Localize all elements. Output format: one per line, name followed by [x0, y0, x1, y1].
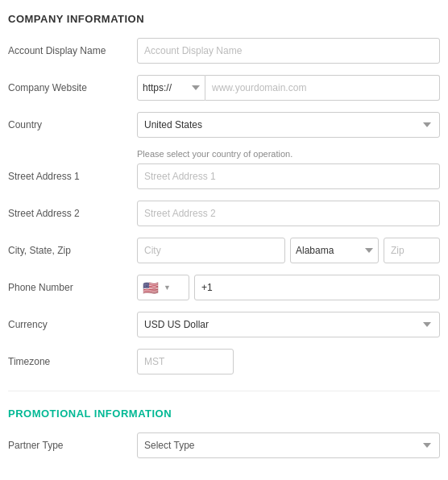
promo-title-black: PROMOTIONAL INF [8, 408, 112, 420]
partner-type-select[interactable]: Select Type Reseller Distributor Referra… [137, 432, 440, 458]
timezone-row: Timezone [8, 349, 440, 374]
flag-icon: 🇺🇸 [143, 280, 159, 296]
timezone-input[interactable] [137, 349, 234, 374]
currency-row: Currency USD US Dollar EUR Euro GBP Brit… [8, 312, 440, 337]
currency-select[interactable]: USD US Dollar EUR Euro GBP British Pound… [137, 312, 440, 337]
street-address1-label: Street Address 1 [8, 171, 137, 182]
street-address1-input[interactable] [137, 163, 440, 189]
company-website-label: Company Website [8, 82, 137, 93]
country-label: Country [8, 119, 137, 130]
partner-type-row: Partner Type Select Type Reseller Distri… [8, 432, 440, 458]
city-zip-group: Alabama Alaska Arizona California Colora… [137, 238, 440, 263]
street-address2-label: Street Address 2 [8, 208, 137, 219]
zip-input[interactable] [384, 238, 440, 263]
city-state-zip-label: City, State, Zip [8, 245, 137, 256]
chevron-down-icon: ▼ [164, 283, 171, 292]
account-display-name-row: Account Display Name [8, 38, 440, 64]
phone-group: 🇺🇸 ▼ [137, 275, 440, 300]
timezone-label: Timezone [8, 356, 137, 367]
state-select[interactable]: Alabama Alaska Arizona California Colora… [290, 238, 379, 263]
country-hint: Please select your country of operation. [137, 149, 440, 159]
flag-select-button[interactable]: 🇺🇸 ▼ [137, 275, 189, 300]
country-row: Country United States Canada United King… [8, 112, 440, 138]
account-display-name-label: Account Display Name [8, 45, 137, 56]
company-section: COMPANY INFORMATION Account Display Name… [8, 13, 440, 374]
partner-type-label: Partner Type [8, 440, 137, 451]
phone-number-label: Phone Number [8, 282, 137, 293]
street-address1-row: Street Address 1 [8, 163, 440, 189]
promo-title-green: ORMATION [112, 408, 172, 420]
promo-section-title: PROMOTIONAL INFORMATION [8, 408, 440, 420]
promo-section: PROMOTIONAL INFORMATION Partner Type Sel… [8, 408, 440, 458]
company-website-row: Company Website https:// http:// [8, 75, 440, 101]
company-section-title: COMPANY INFORMATION [8, 13, 440, 25]
street-address2-input[interactable] [137, 201, 440, 226]
city-input[interactable] [137, 238, 285, 263]
website-group: https:// http:// [137, 75, 440, 101]
phone-input[interactable] [194, 275, 440, 300]
currency-label: Currency [8, 319, 137, 330]
account-display-name-input[interactable] [137, 38, 440, 64]
section-divider [8, 391, 440, 391]
phone-number-row: Phone Number 🇺🇸 ▼ [8, 275, 440, 300]
protocol-select[interactable]: https:// http:// [137, 75, 205, 101]
website-url-input[interactable] [205, 75, 440, 101]
country-select[interactable]: United States Canada United Kingdom Aust… [137, 112, 440, 138]
city-state-zip-row: City, State, Zip Alabama Alaska Arizona … [8, 238, 440, 263]
street-address2-row: Street Address 2 [8, 201, 440, 226]
